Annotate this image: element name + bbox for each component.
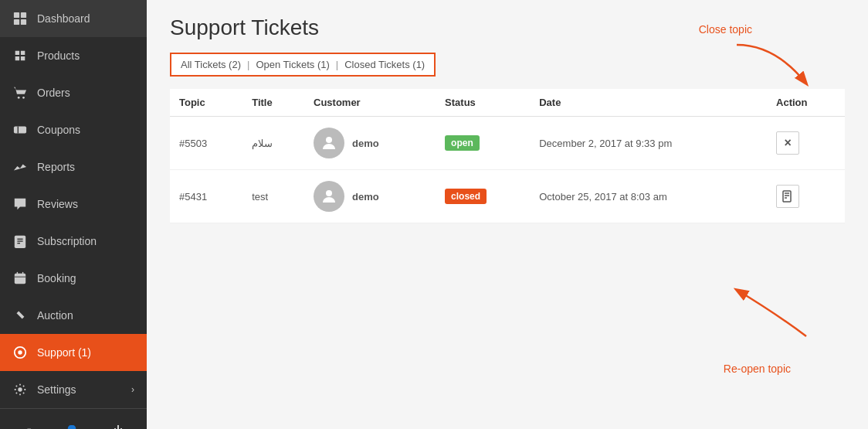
svg-point-18 <box>18 387 22 391</box>
status-badge: open <box>445 135 480 151</box>
col-header-date: Date <box>530 89 767 117</box>
row-0-customer-name: demo <box>352 138 379 149</box>
sep1: | <box>247 59 249 70</box>
table-row: #5431testdemoclosedOctober 25, 2017 at 8… <box>170 170 845 223</box>
row-1-customer-name: demo <box>352 191 379 203</box>
svg-point-20 <box>326 190 332 196</box>
export-icon[interactable]: ↗ <box>18 420 37 429</box>
sidebar-item-reports[interactable]: Reports <box>0 148 147 186</box>
sidebar-item-booking[interactable]: Booking <box>0 260 147 297</box>
avatar <box>314 128 344 158</box>
reviews-icon <box>12 196 28 212</box>
row-1-status: closed <box>436 170 530 223</box>
dashboard-icon <box>12 11 28 26</box>
reopen-topic-label: Re-open topic <box>724 363 791 375</box>
sidebar-bottom: ↗ 👤 ⏻ <box>0 408 147 429</box>
power-icon[interactable]: ⏻ <box>107 420 129 430</box>
sidebar: DashboardProductsOrdersCouponsReportsRev… <box>0 0 147 429</box>
sidebar-item-dashboard[interactable]: Dashboard <box>0 0 147 37</box>
reopen-topic-arrow <box>729 282 822 344</box>
sidebar-item-label-orders: Orders <box>37 87 70 99</box>
sidebar-item-label-reports: Reports <box>37 161 75 173</box>
sidebar-item-orders[interactable]: Orders <box>0 74 147 111</box>
svg-rect-0 <box>14 12 19 18</box>
sidebar-item-subscription[interactable]: Subscription <box>0 223 147 260</box>
sidebar-item-label-reviews: Reviews <box>37 198 78 210</box>
table-row: #5503سلامdemoopenDecember 2, 2017 at 9:3… <box>170 117 845 170</box>
subscription-icon <box>12 233 28 249</box>
svg-point-19 <box>326 137 332 143</box>
col-header-customer: Customer <box>304 89 436 117</box>
sidebar-item-label-settings: Settings <box>37 383 76 396</box>
filter-all[interactable]: All Tickets (2) <box>181 59 241 70</box>
close-topic-button[interactable]: × <box>776 131 799 155</box>
filter-tabs: All Tickets (2) | Open Tickets (1) | Clo… <box>170 53 436 77</box>
row-0-status: open <box>436 117 530 170</box>
sep2: | <box>336 59 338 70</box>
col-header-title: Title <box>242 89 304 117</box>
support-icon <box>12 345 28 360</box>
settings-chevron-icon: › <box>131 384 134 395</box>
main-content: Support Tickets All Tickets (2) | Open T… <box>147 0 868 429</box>
row-1-title: test <box>242 170 304 223</box>
page-title: Support Tickets <box>170 15 845 40</box>
svg-rect-8 <box>15 236 25 248</box>
row-1-customer: demo <box>304 170 436 223</box>
svg-rect-2 <box>14 19 19 25</box>
sidebar-item-reviews[interactable]: Reviews <box>0 186 147 223</box>
row-0-action: × <box>767 117 845 170</box>
sidebar-item-label-subscription: Subscription <box>37 235 97 247</box>
svg-point-4 <box>18 97 20 99</box>
svg-rect-21 <box>783 191 791 202</box>
products-icon <box>12 48 28 63</box>
settings-icon <box>12 382 28 397</box>
sidebar-item-label-coupons: Coupons <box>37 124 80 136</box>
col-header-topic: Topic <box>170 89 242 117</box>
booking-icon <box>12 271 28 286</box>
coupons-icon <box>12 122 28 138</box>
status-badge: closed <box>445 189 487 204</box>
reports-icon <box>12 159 28 175</box>
sidebar-item-coupons[interactable]: Coupons <box>0 111 147 148</box>
svg-point-17 <box>18 350 22 354</box>
user-icon[interactable]: 👤 <box>59 420 84 429</box>
col-header-status: Status <box>436 89 530 117</box>
sidebar-item-label-booking: Booking <box>37 272 76 284</box>
sidebar-item-settings[interactable]: Settings› <box>0 371 147 408</box>
sidebar-item-label-products: Products <box>37 49 80 62</box>
sidebar-item-products[interactable]: Products <box>0 37 147 74</box>
sidebar-item-label-auction: Auction <box>37 309 73 322</box>
sidebar-item-label-dashboard: Dashboard <box>37 12 90 25</box>
svg-rect-12 <box>15 274 25 284</box>
row-0-topic: #5503 <box>170 117 242 170</box>
svg-rect-6 <box>14 127 26 134</box>
svg-point-5 <box>22 97 25 99</box>
row-1-topic: #5431 <box>170 170 242 223</box>
orders-icon <box>12 85 28 100</box>
sidebar-item-auction[interactable]: Auction <box>0 297 147 334</box>
filter-open[interactable]: Open Tickets (1) <box>256 59 329 70</box>
auction-icon <box>12 308 28 323</box>
reopen-topic-button[interactable] <box>776 185 799 208</box>
svg-rect-1 <box>21 12 26 18</box>
filter-closed[interactable]: Closed Tickets (1) <box>344 59 425 70</box>
row-0-customer: demo <box>304 117 436 170</box>
avatar <box>314 181 344 212</box>
tickets-table: TopicTitleCustomerStatusDateAction #5503… <box>170 89 845 223</box>
sidebar-item-label-support: Support (1) <box>37 346 91 359</box>
svg-rect-3 <box>21 19 26 25</box>
row-1-date: October 25, 2017 at 8:03 am <box>530 170 767 223</box>
row-1-action <box>767 170 845 223</box>
col-header-action: Action <box>767 89 845 117</box>
row-0-title: سلام <box>242 117 304 170</box>
sidebar-item-support[interactable]: Support (1) <box>0 334 147 371</box>
row-0-date: December 2, 2017 at 9:33 pm <box>530 117 767 170</box>
